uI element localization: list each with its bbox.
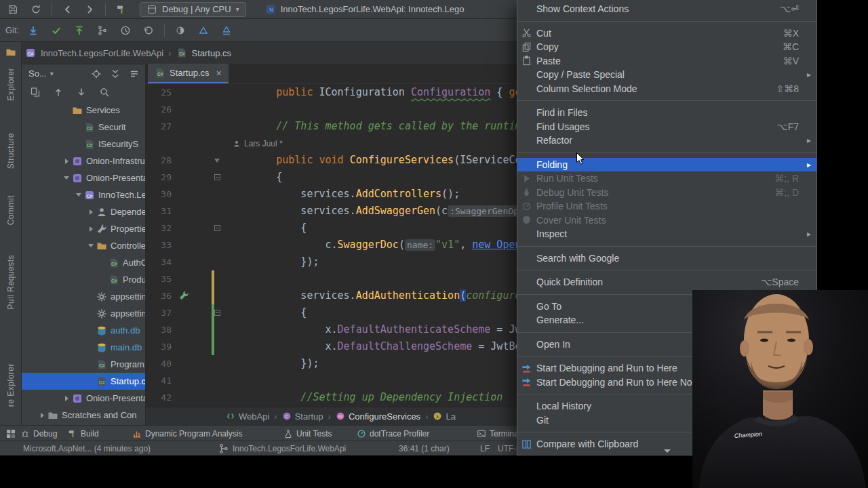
line-number[interactable]: 32 [146,220,172,237]
tab-startup-cs[interactable]: C# Startup.cs × [148,64,229,83]
line-number[interactable]: 36 [146,287,172,304]
git-branches-icon[interactable] [94,22,111,39]
git-update-icon[interactable] [24,22,42,39]
tree-item[interactable]: main.db [22,339,145,356]
crumb-configureservices[interactable]: mConfigureServices [336,411,420,422]
sync-icon[interactable] [27,1,45,18]
tree-item[interactable]: appsettin [22,305,145,322]
scroll-from-source-icon[interactable] [30,87,41,98]
line-number[interactable]: 26 [146,101,172,118]
tree-item[interactable]: C#Program.c [22,356,145,373]
toolwindow-button-dynamic-program-analysis[interactable]: Dynamic Program Analysis [132,426,242,441]
toolwindow-button-debug[interactable]: Debug [20,426,57,441]
search-icon[interactable] [99,87,110,98]
git-commit-icon[interactable] [47,22,65,39]
menu-item-cut[interactable]: Cut⌘X [517,26,816,41]
project-view-selector[interactable]: So... ▾ [28,68,54,79]
line-number[interactable]: 39 [146,338,172,355]
git-push-icon[interactable] [71,22,88,39]
line-number[interactable]: 25 [146,84,172,101]
context-actions-icon[interactable] [178,290,189,301]
line-number[interactable]: 35 [146,270,172,287]
menu-item-find-in-files[interactable]: Find in Files [517,106,816,120]
toolwindow-button-build[interactable]: Build [68,426,99,441]
line-number[interactable]: 33 [146,237,172,253]
line-number[interactable]: 41 [146,372,172,389]
build-solution-icon[interactable] [113,1,130,18]
tree-item[interactable]: Properties [22,220,145,237]
line-number[interactable]: 30 [146,186,172,203]
crumb-webapi[interactable]: WebApi [226,411,269,422]
tree-item[interactable]: Depender [22,203,145,220]
panel-options-icon[interactable] [129,68,140,79]
tree-item[interactable]: C#ISecurityS [22,136,145,152]
menu-item-refactor[interactable]: Refactor▸ [517,134,816,148]
tree-item[interactable]: C#InnoTech.Le [22,186,145,203]
run-config-selector[interactable]: .N InnoTech.LegosForLife.WebApi: Innotec… [265,4,465,15]
menu-scroll-indicator[interactable] [664,449,671,453]
tree-item[interactable]: C#Securit [22,119,145,136]
line-number[interactable]: 29 [146,169,172,186]
menu-item-find-usages[interactable]: Find Usages⌥F7 [517,120,816,134]
compare-previous-icon[interactable] [195,22,212,39]
collapse-all-icon[interactable] [110,68,121,79]
stripe-label-commit[interactable]: Commit [6,195,16,225]
navigate-up-icon[interactable] [53,87,64,98]
tree-item[interactable]: Controller [22,237,145,254]
tree-item[interactable]: C#Produc [22,271,145,288]
line-number[interactable]: 27 [146,118,172,135]
tree-expand-arrow[interactable] [38,407,47,424]
diff-icon[interactable] [172,22,189,39]
tree-item[interactable]: Services [22,102,145,119]
line-number[interactable]: 34 [146,253,172,270]
menu-item-search-with-google[interactable]: Search with Google [517,251,816,266]
fold-marker[interactable] [214,174,220,180]
tree-item[interactable]: Onion-Presenta [22,390,145,407]
author-inlay[interactable]: Lars Juul * [233,135,283,152]
tree-item[interactable]: Onion-Presenta [22,169,145,186]
vcs-change-bar[interactable] [212,287,214,304]
select-opened-file-icon[interactable] [91,68,102,79]
history-icon[interactable] [117,22,134,39]
breadcrumb-file[interactable]: Startup.cs [192,48,232,58]
tree-expand-arrow[interactable] [75,186,84,203]
solution-configuration-combo[interactable]: Debug | Any CPU ▾ [140,2,246,17]
menu-item-show-context-actions[interactable]: Show Context Actions⌥⏎ [517,2,816,16]
rollback-icon[interactable] [140,22,157,39]
close-tab-icon[interactable]: × [216,68,222,79]
tree-expand-arrow[interactable] [62,169,72,186]
tree-item[interactable]: C#Startup.cs [22,373,145,390]
crumb-la[interactable]: λLa [433,411,455,422]
menu-item-column-selection-mode[interactable]: Column Selection Mode⇧⌘8 [517,82,816,96]
tree-item[interactable]: C#AuthC [22,254,145,271]
line-number[interactable]: 42 [146,389,172,406]
line-separator-widget[interactable]: LF [480,441,490,455]
caret-position[interactable]: 36:41 (1 char) [399,441,450,455]
tree-expand-arrow[interactable] [87,220,96,237]
vcs-change-bar[interactable] [212,321,214,338]
toolwindow-switcher-icon[interactable] [5,428,16,439]
crumb-startup[interactable]: CStartup [282,411,323,422]
tree-item[interactable]: Scratches and Con [22,407,145,424]
toolwindow-button-unit-tests[interactable]: Unit Tests [283,426,332,441]
line-number[interactable]: 28 [146,152,172,169]
line-number[interactable]: 40 [146,355,172,372]
line-number[interactable]: 37 [146,304,172,321]
stripe-label-re-explorer[interactable]: re Explorer [6,363,16,407]
stripe-label-structure[interactable]: Structure [6,133,16,169]
explorer-toolwindow-icon[interactable] [5,47,16,58]
toolwindow-button-terminal[interactable]: Terminal [477,426,520,441]
vcs-change-bar[interactable] [212,338,214,355]
breadcrumb-project[interactable]: InnoTech.LegosForLife.WebApi [41,48,163,58]
tree-expand-arrow[interactable] [87,203,96,220]
compare-base-icon[interactable] [218,22,235,39]
menu-item-quick-definition[interactable]: Quick Definition⌥Space [517,275,816,289]
save-all-icon[interactable] [4,1,22,18]
navigate-down-icon[interactable] [76,87,87,98]
tree-expand-arrow[interactable] [62,152,72,169]
fold-marker[interactable] [214,310,220,316]
tree-item[interactable]: appsettin [22,288,145,305]
menu-item-inspect[interactable]: Inspect▸ [517,227,816,241]
toolwindow-button-dottrace-profiler[interactable]: dotTrace Profiler [357,426,429,441]
line-number[interactable]: 31 [146,203,172,220]
